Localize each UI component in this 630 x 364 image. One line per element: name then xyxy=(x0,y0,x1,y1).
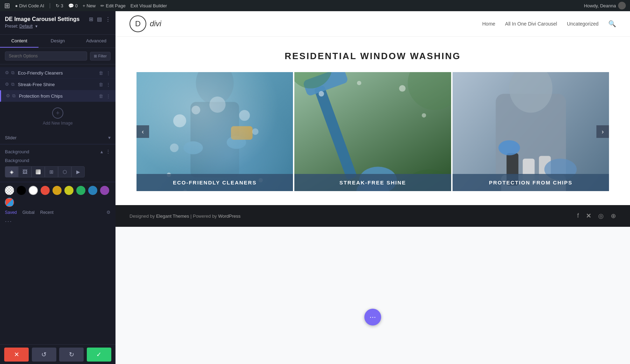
preset-label: Preset: Default ▾ xyxy=(5,24,111,29)
svg-rect-2 xyxy=(190,102,239,177)
carousel-caption-2: STREAK-FREE SHINE xyxy=(294,174,451,191)
user-avatar[interactable] xyxy=(618,2,626,9)
more-icon-1[interactable]: ⋮ xyxy=(106,70,111,76)
svg-rect-5 xyxy=(231,126,253,140)
swatch-green[interactable] xyxy=(76,186,85,195)
image-icon: 🖼 xyxy=(22,169,27,175)
chevron-down-icon[interactable]: ▾ xyxy=(108,135,111,140)
cancel-button[interactable]: ✕ xyxy=(4,348,29,362)
gradient-icon xyxy=(36,169,41,174)
sidebar-more-icon[interactable]: ⋮ xyxy=(105,16,111,22)
sidebar-grid-icon[interactable]: ⊞ xyxy=(89,16,93,22)
swatch-orange[interactable] xyxy=(52,186,62,195)
undo-button[interactable]: ↺ xyxy=(32,348,56,362)
color-swatches-row xyxy=(5,186,111,207)
nav-carousel[interactable]: All In One Divi Carousel xyxy=(505,21,557,27)
carousel-container: ‹ xyxy=(136,72,609,191)
sidebar-columns-icon[interactable]: ▤ xyxy=(97,16,102,22)
bg-pattern-button[interactable]: ⊞ xyxy=(45,166,58,177)
pencil-icon: ✏ xyxy=(100,3,104,8)
updates-icon[interactable]: ↻ 3 xyxy=(56,3,63,8)
bg-video-button[interactable]: ▶ xyxy=(71,166,85,177)
tab-design[interactable]: Design xyxy=(38,35,77,48)
background-more-icon[interactable]: ⋮ xyxy=(106,149,111,154)
bg-image-button[interactable]: 🖼 xyxy=(18,166,31,177)
swatch-settings-icon[interactable]: ⚙ xyxy=(106,210,111,215)
divi-code-ai-link[interactable]: ● Divi Code AI xyxy=(15,3,44,8)
add-new-image-button[interactable]: + Add New Image xyxy=(0,102,115,131)
wordpress-topbar: ⊞ ● Divi Code AI | ↻ 3 💬 0 + New ✏ Edit … xyxy=(0,0,630,11)
background-section-header: Background ▴ ⋮ xyxy=(5,149,111,154)
swatch-blue[interactable] xyxy=(88,186,97,195)
copy-icon[interactable]: ⧉ xyxy=(11,82,14,87)
delete-icon-2[interactable]: 🗑 xyxy=(99,82,103,87)
wordpress-link[interactable]: WordPress xyxy=(218,214,240,219)
carousel-next-button[interactable]: › xyxy=(596,125,609,138)
carousel-item-3: PROTECTION FROM CHIPS xyxy=(453,72,609,191)
comments-link[interactable]: 💬 0 xyxy=(68,3,78,8)
swatch-tab-global[interactable]: Global xyxy=(22,210,35,215)
background-field-label: Background xyxy=(5,158,29,163)
svg-point-23 xyxy=(399,85,406,92)
instagram-icon[interactable]: ◎ xyxy=(598,212,604,220)
exit-builder-button[interactable]: Exit Visual Builder xyxy=(131,3,167,8)
swatch-tab-recent[interactable]: Recent xyxy=(40,210,54,215)
more-options-icon[interactable]: ··· xyxy=(5,218,12,225)
facebook-icon[interactable]: f xyxy=(577,212,579,220)
edit-page-button[interactable]: ✏ Edit Page xyxy=(100,3,125,8)
swatch-white[interactable] xyxy=(29,186,38,195)
settings-icon[interactable]: ⚙ xyxy=(6,93,10,99)
sidebar: DE Image Carousel Settings ⊞ ▤ ⋮ Preset:… xyxy=(0,11,115,364)
svg-point-3 xyxy=(183,141,203,154)
filter-button[interactable]: ⊞ Filter xyxy=(90,52,111,61)
carousel-item-1: ECO-FRIENDLY CLEANERS xyxy=(136,72,293,191)
list-item[interactable]: ⚙ ⧉ Eco-Friendly Cleaners 🗑 ⋮ xyxy=(0,67,115,79)
bg-gradient-button[interactable] xyxy=(31,166,45,177)
background-section: Background ▴ ⋮ Background ◈ 🖼 xyxy=(0,145,115,182)
search-input[interactable] xyxy=(5,51,87,61)
swatch-purple[interactable] xyxy=(100,186,109,195)
delete-icon-1[interactable]: 🗑 xyxy=(99,70,103,76)
divi-icon: ● xyxy=(15,3,18,8)
swatch-multi[interactable] xyxy=(5,198,14,207)
swatch-transparent[interactable] xyxy=(5,186,14,195)
more-icon-2[interactable]: ⋮ xyxy=(106,82,111,87)
slider-section-header[interactable]: Slider ▾ xyxy=(0,131,115,144)
nav-uncategorized[interactable]: Uncategorized xyxy=(567,21,598,27)
rss-icon[interactable]: ⊕ xyxy=(611,212,616,220)
footer-text: Designed by Elegant Themes | Powered by … xyxy=(130,214,240,219)
bg-mask-button[interactable]: ⬡ xyxy=(58,166,71,177)
tab-content[interactable]: Content xyxy=(0,35,38,48)
more-icon-3[interactable]: ⋮ xyxy=(106,93,111,99)
new-post-button[interactable]: + New xyxy=(83,3,96,8)
swatch-black[interactable] xyxy=(17,186,26,195)
mask-icon: ⬡ xyxy=(63,169,67,175)
swatch-red[interactable] xyxy=(41,186,50,195)
save-button[interactable]: ✓ xyxy=(87,348,111,362)
search-icon[interactable]: 🔍 xyxy=(608,20,616,28)
list-item[interactable]: ⚙ ⧉ Streak-Free Shine 🗑 ⋮ xyxy=(0,79,115,90)
carousel-prev-button[interactable]: ‹ xyxy=(136,125,149,138)
redo-button[interactable]: ↻ xyxy=(59,348,84,362)
copy-icon[interactable]: ⧉ xyxy=(11,70,14,76)
settings-icon[interactable]: ⚙ xyxy=(5,82,9,87)
delete-icon-3[interactable]: 🗑 xyxy=(99,93,103,99)
twitter-x-icon[interactable]: ✕ xyxy=(586,212,591,220)
swatch-yellow[interactable] xyxy=(64,186,74,195)
chevron-up-icon[interactable]: ▴ xyxy=(100,149,103,154)
nav-home[interactable]: Home xyxy=(482,21,495,27)
background-section-title: Background xyxy=(5,149,29,154)
svg-point-6 xyxy=(173,114,186,127)
howdy-text: Howdy, Deanna xyxy=(584,3,616,8)
sidebar-content: ⚙ ⧉ Eco-Friendly Cleaners 🗑 ⋮ ⚙ ⧉ Streak… xyxy=(0,64,115,344)
bg-color-button[interactable]: ◈ xyxy=(5,166,18,177)
elegant-themes-link[interactable]: Elegant Themes xyxy=(156,214,189,219)
comment-icon: 💬 xyxy=(68,3,74,8)
copy-icon[interactable]: ⧉ xyxy=(12,93,15,99)
wp-logo-icon[interactable]: ⊞ xyxy=(4,1,10,10)
list-item[interactable]: ⚙ ⧉ Protection from Chips 🗑 ⋮ xyxy=(0,90,115,102)
tab-advanced[interactable]: Advanced xyxy=(77,35,115,48)
floating-action-button[interactable]: ··· xyxy=(364,309,381,326)
settings-icon[interactable]: ⚙ xyxy=(5,70,9,76)
swatch-tab-saved[interactable]: Saved xyxy=(5,210,17,215)
